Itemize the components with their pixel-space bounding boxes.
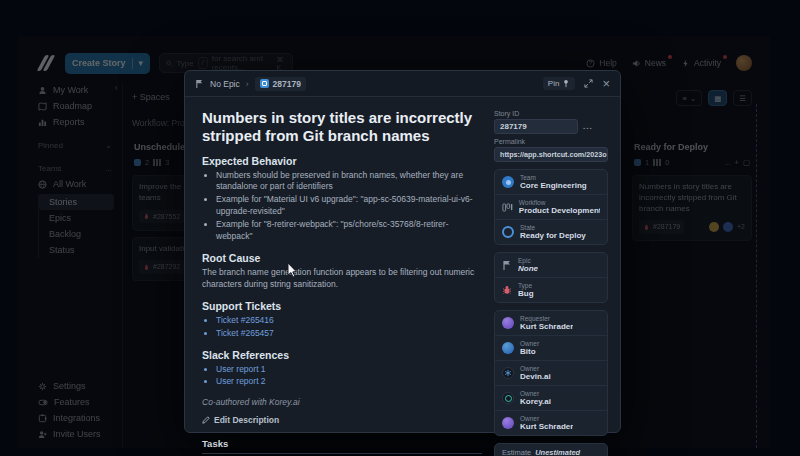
sidebar-item-status[interactable]: Status: [39, 242, 122, 258]
column-separator: [756, 104, 757, 448]
edit-description-label: Edit Description: [214, 415, 279, 425]
news-label: News: [645, 58, 666, 68]
sidebar-item-stories[interactable]: Stories: [39, 194, 114, 210]
story-title[interactable]: Numbers in story titles are incorrectly …: [202, 109, 482, 146]
more-icon[interactable]: ...: [105, 164, 112, 173]
sidebar-item-backlog[interactable]: Backlog: [39, 226, 122, 242]
column-collapse-icon[interactable]: ▢: [743, 158, 750, 167]
flag-icon: [502, 260, 512, 271]
type-row[interactable]: Type Bug: [495, 277, 607, 302]
story-card-active[interactable]: Numbers in story titles are incorrectly …: [632, 175, 752, 241]
sidebar-item-label: Reports: [53, 117, 85, 127]
help-button[interactable]: ? Help: [586, 58, 616, 68]
chevron-down-icon: ⌄: [105, 141, 112, 150]
chevron-down-icon[interactable]: ▾: [139, 58, 144, 68]
owner-row[interactable]: Owner Bito: [495, 335, 607, 360]
coauthored-link[interactable]: Korey.ai: [269, 397, 300, 407]
sidebar-item-invite-users[interactable]: Invite Users: [18, 426, 122, 442]
help-icon: ?: [586, 59, 595, 68]
user-avatar[interactable]: [736, 55, 752, 71]
button-divider: [132, 58, 133, 69]
story-more-button[interactable]: ...: [583, 122, 593, 131]
sidebar-item-epics[interactable]: Epics: [39, 210, 122, 226]
search-icon: [166, 59, 172, 68]
create-story-button[interactable]: Create Story ▾: [65, 53, 150, 74]
news-notification-dot: [668, 55, 672, 59]
edit-description-button[interactable]: Edit Description: [202, 415, 482, 425]
list-view-toggle[interactable]: ☰: [733, 90, 752, 106]
story-dialog-header: No Epic › 287179 Pin ×: [185, 71, 620, 97]
sidebar-item-settings[interactable]: Settings: [18, 378, 122, 394]
workflow-card: Team Core Engineering Workflow Product D…: [494, 169, 608, 245]
attr-value: Devin.ai: [520, 372, 551, 381]
activity-label: Activity: [694, 58, 721, 68]
list-item: Example for "8-retirer-webpack": "ps/cho…: [216, 219, 482, 243]
epic-breadcrumb[interactable]: No Epic: [210, 79, 240, 89]
section-heading-slack-references: Slack References: [202, 349, 482, 361]
story-id-text: 287179: [273, 79, 301, 89]
close-dialog-button[interactable]: ×: [602, 79, 610, 89]
news-button[interactable]: News: [632, 58, 666, 68]
column-counts: 1 0 ... + ▢: [632, 156, 752, 169]
story-id-chip[interactable]: 287179: [255, 77, 306, 91]
bottom-item-label: Invite Users: [53, 429, 101, 439]
story-count: 1: [645, 158, 649, 167]
owner-avatar: [723, 222, 733, 232]
expand-dialog-button[interactable]: [584, 79, 593, 88]
gear-icon: [38, 382, 47, 391]
owner-row[interactable]: Owner Devin.ai: [495, 360, 607, 385]
sidebar-item-roadmap[interactable]: Roadmap: [18, 98, 122, 114]
state-row[interactable]: State Ready for Deploy: [495, 219, 607, 244]
story-id-text: #287292: [153, 262, 180, 271]
sidebar-item-features[interactable]: Features: [18, 394, 122, 410]
bottom-item-label: Integrations: [53, 413, 100, 423]
story-id-field[interactable]: 287179: [494, 119, 578, 134]
section-heading-root-cause: Root Cause: [202, 252, 482, 264]
workflow-icon: [502, 202, 513, 213]
sidebar-collapse-icon[interactable]: ‹: [115, 82, 118, 93]
shortcut-logo-icon[interactable]: [36, 53, 56, 73]
attr-label: Epic: [518, 257, 538, 264]
permalink-label: Permalink: [494, 138, 610, 145]
slack-link[interactable]: User report 1: [216, 364, 482, 376]
team-icon: [502, 176, 514, 188]
attr-value: Korey.ai: [520, 397, 551, 406]
epic-row[interactable]: Epic None: [495, 253, 607, 277]
bottom-item-label: Settings: [53, 381, 86, 391]
pinned-section-header[interactable]: Pinned ⌄: [18, 138, 122, 153]
section-heading-support-tickets: Support Tickets: [202, 300, 482, 312]
spaces-tab[interactable]: + Spaces: [132, 92, 170, 102]
sidebar-item-integrations[interactable]: Integrations: [18, 410, 122, 426]
estimate-row[interactable]: Estimate Unestimated: [495, 444, 607, 456]
team-row[interactable]: Team Core Engineering: [495, 170, 607, 194]
slack-link[interactable]: User report 2: [216, 376, 482, 388]
permalink-field[interactable]: https://app.shortcut.com/2023o: [494, 147, 608, 162]
sidebar-item-my-work[interactable]: My Work: [18, 82, 122, 98]
grid-view-toggle[interactable]: ▦: [708, 90, 727, 106]
workflow-row[interactable]: Workflow Product Development: [495, 194, 607, 219]
requester-row[interactable]: Requester Kurt Schrader: [495, 311, 607, 335]
attr-label: Team: [520, 174, 587, 181]
owner-row[interactable]: Owner Kurt Schrader: [495, 410, 607, 435]
activity-button[interactable]: Activity: [681, 58, 721, 68]
attr-value: Core Engineering: [520, 181, 587, 190]
search-shortcut-hint: ⌘ K: [276, 56, 286, 71]
ticket-link[interactable]: Ticket #265416: [216, 315, 482, 327]
column-more-icon[interactable]: ...: [724, 158, 730, 167]
team-link-label: Epics: [49, 213, 71, 223]
sidebar-item-reports[interactable]: Reports: [18, 114, 122, 130]
pin-button[interactable]: Pin: [543, 77, 576, 90]
pencil-icon: [202, 416, 210, 424]
estimate-label: Estimate: [502, 448, 531, 456]
sidebar-item-all-work[interactable]: All Work: [18, 176, 122, 192]
teams-section-header[interactable]: Teams ...: [18, 161, 122, 176]
ticket-link[interactable]: Ticket #265457: [216, 328, 482, 340]
story-details-sidebar: Story ID 287179 ... Permalink https://ap…: [492, 97, 620, 432]
workflow-filter-label[interactable]: Workflow: Prod: [132, 118, 189, 128]
owner-row[interactable]: Owner Korey.ai: [495, 385, 607, 410]
column-add-icon[interactable]: +: [735, 158, 739, 167]
group-by-control[interactable]: ≡⌄: [676, 90, 702, 106]
attr-label: Owner: [520, 340, 539, 347]
story-dialog-body: Numbers in story titles are incorrectly …: [185, 97, 620, 432]
points-count: 3: [165, 158, 169, 167]
